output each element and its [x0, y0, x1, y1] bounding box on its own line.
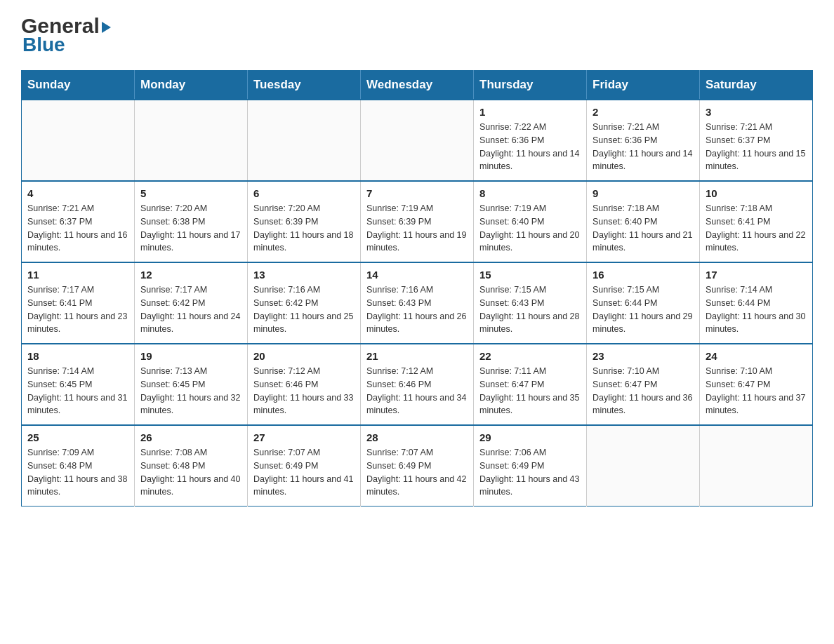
- calendar-cell: 6Sunrise: 7:20 AM Sunset: 6:39 PM Daylig…: [248, 181, 361, 262]
- day-info: Sunrise: 7:18 AM Sunset: 6:41 PM Dayligh…: [706, 202, 807, 255]
- day-number: 14: [366, 269, 468, 281]
- day-number: 13: [253, 269, 355, 281]
- day-number: 6: [253, 187, 355, 199]
- day-info: Sunrise: 7:08 AM Sunset: 6:48 PM Dayligh…: [140, 446, 241, 499]
- day-of-week-header: Thursday: [474, 71, 587, 100]
- calendar-cell: 21Sunrise: 7:12 AM Sunset: 6:46 PM Dayli…: [361, 344, 474, 425]
- day-number: 29: [479, 431, 581, 443]
- calendar-table: SundayMondayTuesdayWednesdayThursdayFrid…: [21, 70, 813, 507]
- calendar-cell: [587, 425, 700, 507]
- calendar-cell: 11Sunrise: 7:17 AM Sunset: 6:41 PM Dayli…: [22, 262, 135, 344]
- day-number: 22: [479, 350, 581, 362]
- calendar-cell: 27Sunrise: 7:07 AM Sunset: 6:49 PM Dayli…: [248, 425, 361, 507]
- day-info: Sunrise: 7:22 AM Sunset: 6:36 PM Dayligh…: [479, 121, 581, 173]
- day-number: 24: [706, 350, 807, 362]
- calendar-cell: 18Sunrise: 7:14 AM Sunset: 6:45 PM Dayli…: [22, 344, 135, 425]
- calendar-cell: 13Sunrise: 7:16 AM Sunset: 6:42 PM Dayli…: [248, 262, 361, 344]
- calendar-cell: 23Sunrise: 7:10 AM Sunset: 6:47 PM Dayli…: [587, 344, 700, 425]
- day-of-week-header: Friday: [587, 71, 700, 100]
- day-number: 16: [593, 269, 694, 281]
- day-info: Sunrise: 7:06 AM Sunset: 6:49 PM Dayligh…: [479, 446, 581, 499]
- day-info: Sunrise: 7:17 AM Sunset: 6:42 PM Dayligh…: [140, 283, 241, 336]
- calendar-cell: [135, 100, 248, 181]
- calendar-cell: 12Sunrise: 7:17 AM Sunset: 6:42 PM Dayli…: [135, 262, 248, 344]
- calendar-week-row: 25Sunrise: 7:09 AM Sunset: 6:48 PM Dayli…: [22, 425, 813, 507]
- day-number: 23: [593, 350, 694, 362]
- day-number: 4: [27, 187, 128, 199]
- logo-line2: Blue: [21, 34, 65, 56]
- day-info: Sunrise: 7:09 AM Sunset: 6:48 PM Dayligh…: [27, 446, 128, 499]
- calendar-cell: 15Sunrise: 7:15 AM Sunset: 6:43 PM Dayli…: [474, 262, 587, 344]
- logo-blue: Blue: [22, 34, 65, 55]
- calendar-cell: 17Sunrise: 7:14 AM Sunset: 6:44 PM Dayli…: [700, 262, 813, 344]
- day-info: Sunrise: 7:10 AM Sunset: 6:47 PM Dayligh…: [593, 365, 694, 417]
- day-number: 20: [253, 350, 355, 362]
- calendar-week-row: 11Sunrise: 7:17 AM Sunset: 6:41 PM Dayli…: [22, 262, 813, 344]
- day-of-week-header: Sunday: [22, 71, 135, 100]
- day-number: 7: [366, 187, 468, 199]
- day-number: 12: [140, 269, 241, 281]
- day-number: 8: [479, 187, 581, 199]
- day-of-week-header: Wednesday: [361, 71, 474, 100]
- day-info: Sunrise: 7:16 AM Sunset: 6:43 PM Dayligh…: [366, 283, 468, 336]
- day-info: Sunrise: 7:19 AM Sunset: 6:39 PM Dayligh…: [366, 202, 468, 255]
- day-number: 17: [706, 269, 807, 281]
- day-of-week-header: Saturday: [700, 71, 813, 100]
- day-info: Sunrise: 7:21 AM Sunset: 6:37 PM Dayligh…: [27, 202, 128, 255]
- day-of-week-header: Tuesday: [248, 71, 361, 100]
- day-number: 25: [27, 431, 128, 443]
- day-info: Sunrise: 7:21 AM Sunset: 6:37 PM Dayligh…: [706, 121, 807, 173]
- day-info: Sunrise: 7:18 AM Sunset: 6:40 PM Dayligh…: [593, 202, 694, 255]
- day-info: Sunrise: 7:10 AM Sunset: 6:47 PM Dayligh…: [706, 365, 807, 417]
- calendar-cell: [700, 425, 813, 507]
- calendar-cell: 2Sunrise: 7:21 AM Sunset: 6:36 PM Daylig…: [587, 100, 700, 181]
- day-info: Sunrise: 7:21 AM Sunset: 6:36 PM Dayligh…: [593, 121, 694, 173]
- day-number: 26: [140, 431, 241, 443]
- calendar-cell: [22, 100, 135, 181]
- day-number: 21: [366, 350, 468, 362]
- day-info: Sunrise: 7:20 AM Sunset: 6:39 PM Dayligh…: [253, 202, 355, 255]
- calendar-cell: [248, 100, 361, 181]
- calendar-cell: [361, 100, 474, 181]
- calendar-week-row: 1Sunrise: 7:22 AM Sunset: 6:36 PM Daylig…: [22, 100, 813, 181]
- day-info: Sunrise: 7:15 AM Sunset: 6:44 PM Dayligh…: [593, 283, 694, 336]
- calendar-cell: 9Sunrise: 7:18 AM Sunset: 6:40 PM Daylig…: [587, 181, 700, 262]
- calendar-header-row: SundayMondayTuesdayWednesdayThursdayFrid…: [22, 71, 813, 100]
- calendar-cell: 16Sunrise: 7:15 AM Sunset: 6:44 PM Dayli…: [587, 262, 700, 344]
- day-number: 27: [253, 431, 355, 443]
- calendar-cell: 24Sunrise: 7:10 AM Sunset: 6:47 PM Dayli…: [700, 344, 813, 425]
- day-info: Sunrise: 7:07 AM Sunset: 6:49 PM Dayligh…: [253, 446, 355, 499]
- day-info: Sunrise: 7:12 AM Sunset: 6:46 PM Dayligh…: [253, 365, 355, 417]
- day-number: 18: [27, 350, 128, 362]
- calendar-week-row: 18Sunrise: 7:14 AM Sunset: 6:45 PM Dayli…: [22, 344, 813, 425]
- logo: General Blue: [21, 14, 111, 56]
- day-info: Sunrise: 7:15 AM Sunset: 6:43 PM Dayligh…: [479, 283, 581, 336]
- calendar-cell: 1Sunrise: 7:22 AM Sunset: 6:36 PM Daylig…: [474, 100, 587, 181]
- day-number: 3: [706, 106, 807, 118]
- calendar-cell: 19Sunrise: 7:13 AM Sunset: 6:45 PM Dayli…: [135, 344, 248, 425]
- day-info: Sunrise: 7:11 AM Sunset: 6:47 PM Dayligh…: [479, 365, 581, 417]
- calendar-cell: 4Sunrise: 7:21 AM Sunset: 6:37 PM Daylig…: [22, 181, 135, 262]
- calendar-cell: 22Sunrise: 7:11 AM Sunset: 6:47 PM Dayli…: [474, 344, 587, 425]
- page-header: General Blue: [21, 14, 813, 56]
- calendar-cell: 29Sunrise: 7:06 AM Sunset: 6:49 PM Dayli…: [474, 425, 587, 507]
- calendar-cell: 14Sunrise: 7:16 AM Sunset: 6:43 PM Dayli…: [361, 262, 474, 344]
- calendar-cell: 26Sunrise: 7:08 AM Sunset: 6:48 PM Dayli…: [135, 425, 248, 507]
- day-info: Sunrise: 7:14 AM Sunset: 6:45 PM Dayligh…: [27, 365, 128, 417]
- day-number: 5: [140, 187, 241, 199]
- day-info: Sunrise: 7:16 AM Sunset: 6:42 PM Dayligh…: [253, 283, 355, 336]
- day-number: 11: [27, 269, 128, 281]
- day-number: 19: [140, 350, 241, 362]
- calendar-cell: 10Sunrise: 7:18 AM Sunset: 6:41 PM Dayli…: [700, 181, 813, 262]
- day-info: Sunrise: 7:20 AM Sunset: 6:38 PM Dayligh…: [140, 202, 241, 255]
- calendar-cell: 3Sunrise: 7:21 AM Sunset: 6:37 PM Daylig…: [700, 100, 813, 181]
- day-of-week-header: Monday: [135, 71, 248, 100]
- day-info: Sunrise: 7:14 AM Sunset: 6:44 PM Dayligh…: [706, 283, 807, 336]
- day-info: Sunrise: 7:12 AM Sunset: 6:46 PM Dayligh…: [366, 365, 468, 417]
- calendar-cell: 7Sunrise: 7:19 AM Sunset: 6:39 PM Daylig…: [361, 181, 474, 262]
- day-number: 1: [479, 106, 581, 118]
- day-number: 2: [593, 106, 694, 118]
- calendar-cell: 8Sunrise: 7:19 AM Sunset: 6:40 PM Daylig…: [474, 181, 587, 262]
- day-number: 9: [593, 187, 694, 199]
- calendar-cell: 25Sunrise: 7:09 AM Sunset: 6:48 PM Dayli…: [22, 425, 135, 507]
